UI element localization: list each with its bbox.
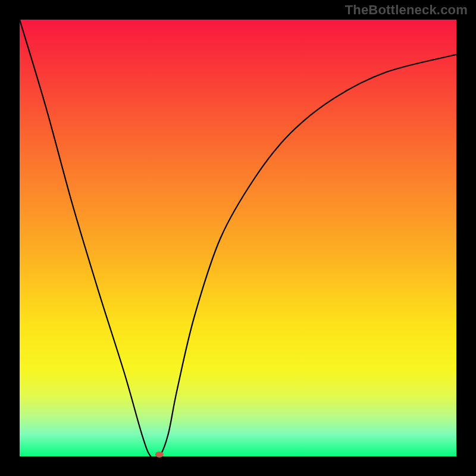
attribution-text: TheBottleneck.com <box>345 2 468 18</box>
curve-path <box>20 20 456 459</box>
optimum-marker <box>155 452 164 458</box>
chart-frame: TheBottleneck.com <box>0 0 476 476</box>
bottleneck-curve <box>20 20 456 456</box>
plot-area <box>20 20 456 456</box>
